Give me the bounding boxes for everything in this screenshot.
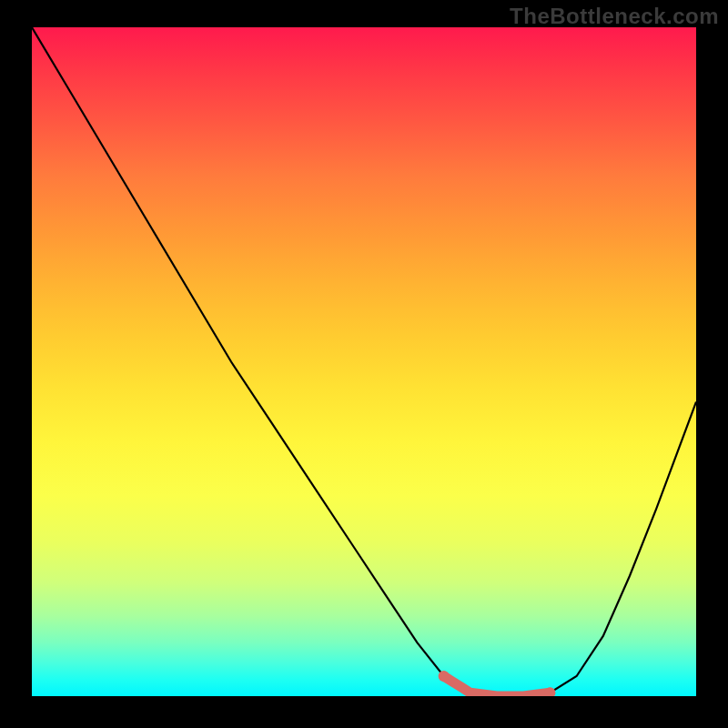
flat-region-dot-left [439, 671, 450, 682]
watermark-text: TheBottleneck.com [510, 4, 719, 29]
curve-svg [32, 27, 696, 696]
chart-container: TheBottleneck.com [0, 0, 728, 728]
flat-region-highlight [444, 676, 551, 696]
plot-area [32, 27, 696, 696]
bottleneck-curve-path [32, 27, 696, 696]
